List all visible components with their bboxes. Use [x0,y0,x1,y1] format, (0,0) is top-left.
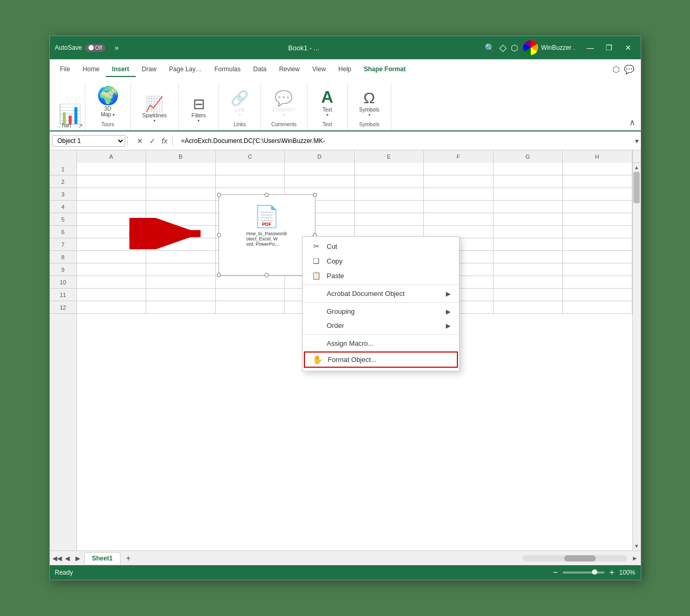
cell-h3[interactable] [563,188,632,201]
zoom-slider[interactable] [563,571,605,574]
cell-e1[interactable] [355,163,424,175]
text-btn[interactable]: A Text ▾ [316,85,339,119]
hscroll-right-btn[interactable]: ▶ [631,554,639,563]
cell-b8[interactable] [146,251,216,263]
cell-b10[interactable] [146,276,216,289]
cell-c10[interactable] [216,276,286,289]
cell-f5[interactable] [424,213,494,226]
tab-shapeformat[interactable]: Shape Format [358,62,412,77]
cell-g10[interactable] [494,276,563,289]
tab-file[interactable]: File [54,62,76,77]
tab-home[interactable]: Home [76,62,106,77]
zoom-slider-thumb[interactable] [592,569,597,575]
cell-a3[interactable] [77,188,147,201]
cell-e3[interactable] [355,188,424,201]
tab-help[interactable]: Help [332,62,358,77]
comment-ribbon-icon[interactable]: 💬 [624,64,634,74]
restore-btn[interactable]: ❐ [602,40,617,55]
cell-g2[interactable] [494,175,563,188]
cell-c12[interactable] [216,301,286,314]
cell-e5[interactable] [355,213,424,226]
share-ribbon-icon[interactable]: ⬡ [612,64,620,74]
cell-a11[interactable] [77,289,147,301]
cell-g7[interactable] [494,238,563,251]
cell-a5[interactable] [77,213,147,226]
ctx-assignmacro[interactable]: Assign Macro... [303,336,459,350]
row-num-1[interactable]: 1 [50,163,76,175]
cell-b9[interactable] [146,263,216,276]
diamond-icon[interactable]: ◇ [499,42,507,53]
sheet-tab-1[interactable]: Sheet1 [84,552,121,564]
cell-g5[interactable] [494,213,563,226]
cell-a10[interactable] [77,276,147,289]
sheet-add-btn[interactable]: + [123,553,134,564]
close-btn[interactable]: ✕ [621,40,636,55]
row-num-11[interactable]: 11 [50,289,76,301]
cell-h2[interactable] [563,175,632,188]
autosave-toggle[interactable]: Off [85,44,105,52]
cell-g12[interactable] [494,301,563,314]
cell-b4[interactable] [146,201,216,213]
cell-b2[interactable] [146,175,216,188]
minimize-btn[interactable]: — [583,40,598,55]
cell-a1[interactable] [77,163,147,175]
resize-handle-bl[interactable] [217,273,221,277]
ctx-cut[interactable]: ✂ Cut [303,239,459,254]
name-box[interactable]: Object 1 [52,135,125,147]
sheet-nav-prev[interactable]: ◀ [62,553,73,564]
resize-handle-bm[interactable] [265,273,269,277]
cell-b3[interactable] [146,188,216,201]
col-header-h[interactable]: H [563,150,632,163]
cell-f4[interactable] [424,201,494,213]
tab-data[interactable]: Data [247,62,272,77]
links-btn[interactable]: 🔗 Link ▾ [227,87,252,119]
cell-h6[interactable] [563,226,632,238]
row-num-4[interactable]: 4 [50,201,76,213]
ctx-acrobat[interactable]: Acrobat Document Object ▶ [303,287,459,301]
tab-draw[interactable]: Draw [136,62,163,77]
ctx-paste[interactable]: 📋 Paste [303,268,459,283]
cell-d1[interactable] [285,163,355,175]
chart-corner-btn[interactable]: ↗ [78,123,83,129]
cell-g3[interactable] [494,188,563,201]
tab-insert[interactable]: Insert [106,62,136,77]
col-header-g[interactable]: G [494,150,563,163]
formula-input[interactable] [179,136,634,146]
cell-a12[interactable] [77,301,147,314]
cell-e2[interactable] [355,175,424,188]
cell-h8[interactable] [563,251,632,263]
scroll-thumb-v[interactable] [633,172,640,203]
comments-btn[interactable]: 💬 Comment ▾ [269,87,298,119]
cell-g9[interactable] [494,263,563,276]
tab-formulas[interactable]: Formulas [208,62,247,77]
cell-g6[interactable] [494,226,563,238]
cell-a7[interactable] [77,238,147,251]
cell-h10[interactable] [563,276,632,289]
cell-f1[interactable] [424,163,494,175]
cell-h9[interactable] [563,263,632,276]
cell-b11[interactable] [146,289,216,301]
cancel-formula-btn[interactable]: ✕ [134,136,146,146]
hscroll-thumb[interactable] [564,555,596,562]
ctx-order[interactable]: Order ▶ [303,318,459,333]
tab-view[interactable]: View [306,62,332,77]
col-header-a[interactable]: A [77,150,147,163]
cell-d2[interactable] [285,175,355,188]
col-header-e[interactable]: E [355,150,424,163]
row-num-10[interactable]: 10 [50,276,76,289]
zoom-minus-btn[interactable]: − [550,567,561,578]
formula-dropdown-btn[interactable]: ▾ [635,137,639,145]
cell-h4[interactable] [563,201,632,213]
cell-b6[interactable] [146,226,216,238]
tab-pagelayout[interactable]: Page Lay… [163,62,209,77]
row-num-5[interactable]: 5 [50,213,76,226]
col-header-c[interactable]: C [216,150,286,163]
cell-b1[interactable] [146,163,216,175]
cell-h1[interactable] [563,163,632,175]
cell-g1[interactable] [494,163,563,175]
row-num-2[interactable]: 2 [50,175,76,188]
cell-c1[interactable] [216,163,286,175]
sparklines-btn[interactable]: 📈 Sparklines ▾ [139,93,170,125]
cell-b7[interactable] [146,238,216,251]
cell-a8[interactable] [77,251,147,263]
